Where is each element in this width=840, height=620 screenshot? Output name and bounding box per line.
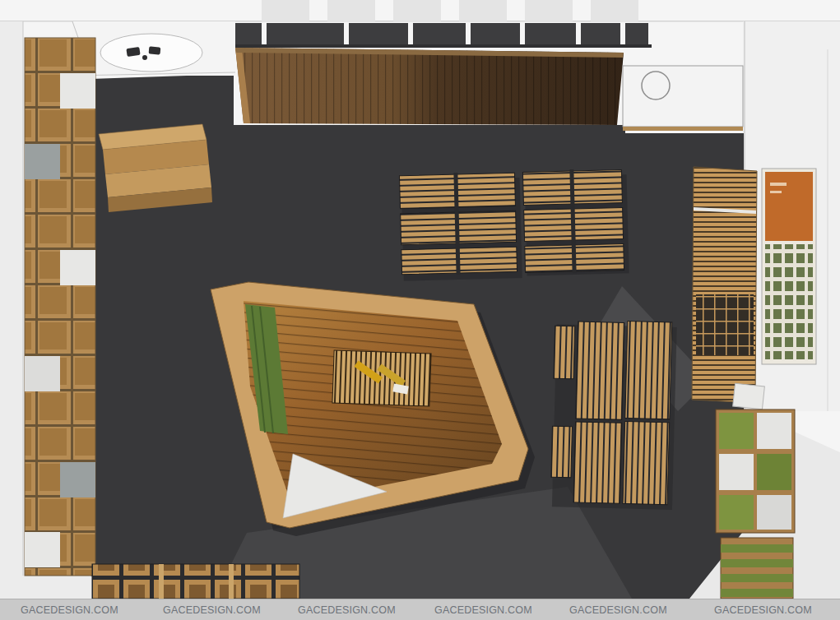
skylight-light (525, 0, 573, 21)
panel-slats (235, 48, 624, 125)
cabinet-green-band (721, 589, 793, 597)
cabinet-cell-white (757, 495, 791, 530)
left-shelving-unit (25, 38, 95, 576)
wall-poster (762, 169, 816, 364)
cabinet-green-band (721, 559, 793, 567)
skylight-dark (625, 23, 648, 44)
slat-bench (576, 322, 624, 419)
poster-orange-panel (765, 172, 813, 241)
watermark-text: GACEDESIGN.COM (298, 604, 396, 616)
right-shelving-slats (692, 167, 757, 403)
bottom-cubes-divider (229, 564, 234, 599)
watermark-text: GACEDESIGN.COM (569, 604, 667, 616)
watermark-text: GACEDESIGN.COM (21, 604, 118, 616)
slat-bench-small (554, 326, 575, 379)
left-wall-surface (0, 21, 23, 599)
cabinet-cell-white (757, 413, 791, 449)
skylight-light (459, 0, 507, 21)
cabinet-cell-green (757, 454, 791, 490)
skylight-dark (471, 23, 520, 44)
watermark-text: GACEDESIGN.COM (714, 604, 812, 616)
room-rendering (0, 0, 840, 620)
skylight-dark (234, 23, 262, 44)
skylight-rail (230, 44, 652, 48)
right-shelving-cubbies (696, 294, 754, 355)
interior-rendering-image: GACEDESIGN.COM GACEDESIGN.COM GACEDESIGN… (0, 0, 840, 620)
skylight-light (591, 0, 638, 21)
slat-bench-small (551, 426, 573, 478)
cabinet-green-band (721, 574, 793, 582)
shelf-cell-gray (60, 462, 95, 497)
shelf-cell-light (25, 356, 60, 391)
shelf-cell-empty (25, 532, 60, 567)
poster-text-mark (770, 183, 787, 186)
shelf-cell-gray (25, 144, 60, 179)
skylight-dark (413, 23, 466, 44)
right-shelving-unit (692, 167, 757, 403)
ceiling-speaker (149, 46, 161, 54)
cabinet-wood-strip (623, 127, 743, 131)
skylight-dark (267, 23, 344, 44)
skylight-light (262, 0, 309, 21)
slat-bench (623, 421, 670, 504)
slatted-tables-left (399, 171, 522, 281)
slatted-tables-right (522, 168, 629, 275)
slatted-benches-center (550, 319, 677, 510)
bottom-shelving-row (92, 564, 299, 599)
watermark-bar: GACEDESIGN.COM GACEDESIGN.COM GACEDESIGN… (0, 599, 840, 620)
left-wall (0, 21, 23, 599)
slat-bench (573, 422, 622, 503)
cabinet-cell-green (719, 413, 754, 449)
bottom-cubes (92, 564, 299, 599)
skylight-light (393, 0, 441, 21)
shelf-cell-empty (60, 73, 95, 109)
slat-bench (625, 322, 672, 419)
skylight-dark (525, 23, 576, 44)
skylight-dark (581, 23, 620, 44)
poster-grid-panel (765, 244, 813, 359)
skylight-light (327, 0, 375, 21)
ceiling-spot (142, 55, 147, 60)
watermark-text: GACEDESIGN.COM (434, 604, 532, 616)
poster-text-mark (770, 191, 782, 193)
cabinet-cell-white (719, 454, 754, 490)
wall-cabinet-unit (623, 66, 743, 131)
bottom-cubes-divider (159, 564, 164, 599)
slatted-wall-panel (235, 48, 624, 125)
skylight-dark (349, 23, 408, 44)
green-cabinet-lower (721, 538, 793, 599)
cabinet-box (623, 66, 743, 127)
reception-desk (99, 124, 212, 212)
watermark-text: GACEDESIGN.COM (163, 604, 261, 616)
cabinet-cell-green (719, 495, 754, 530)
cabinet-green-band (721, 544, 793, 553)
white-box-item (733, 383, 765, 409)
shelf-cell-empty (60, 250, 95, 285)
ceiling-light (100, 34, 202, 72)
